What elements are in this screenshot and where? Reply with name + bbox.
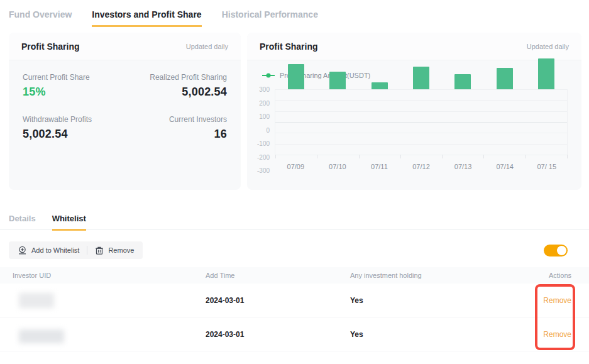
remove-row-link[interactable]: Remove	[535, 330, 571, 339]
y-axis-tick-label: 0	[266, 126, 270, 133]
redacted-uid	[19, 293, 54, 308]
add-circle-icon	[18, 246, 27, 255]
x-axis-tick	[317, 155, 317, 158]
chart-bar	[413, 67, 429, 89]
whitelist-toggle[interactable]	[544, 245, 568, 256]
add-to-whitelist-label: Add to Whitelist	[31, 246, 79, 254]
x-axis-tick	[483, 155, 484, 158]
y-axis-tick-label: -100	[257, 140, 270, 147]
chart-bar	[372, 82, 388, 89]
cards-row: Profit Sharing Updated daily Current Pro…	[9, 33, 581, 190]
gridline	[275, 111, 567, 112]
x-axis-label: 07/12	[400, 163, 443, 170]
tab-details[interactable]: Details	[9, 214, 36, 231]
stat-withdrawable-profits: Withdrawable Profits 5,002.54	[23, 115, 125, 141]
chart-bar	[288, 64, 304, 89]
table-row: 2024-03-01 Yes Remove	[0, 284, 589, 317]
table-row: 2024-03-01 Yes Remove	[0, 317, 589, 351]
add-time-cell: 2024-03-01	[206, 330, 350, 339]
remove-button[interactable]: Remove	[87, 246, 141, 255]
column-header-holding: Any investment holding	[350, 272, 535, 279]
legend-line-dot-icon	[262, 73, 275, 78]
y-axis-tick-label: 300	[259, 86, 270, 93]
whitelist-toolbar: Add to Whitelist Remove	[9, 241, 568, 259]
redacted-uid	[19, 329, 64, 343]
whitelist-table: Investor UID Add Time Any investment hol…	[0, 267, 589, 351]
tab-historical-performance[interactable]: Historical Performance	[222, 9, 318, 27]
page: { "top_tabs": { "items": [ { "label": "F…	[0, 0, 589, 364]
chart-yaxis: 3002001000-100-200-300	[253, 89, 275, 170]
investor-uid-cell	[13, 326, 206, 343]
chart-plot-col: 07/0907/1007/1107/1207/1307/1407/ 15	[275, 89, 568, 170]
x-axis-tick	[359, 155, 360, 158]
stats-updated-badge: Updated daily	[186, 43, 228, 50]
x-axis-label: 07/ 15	[526, 163, 568, 170]
top-tab-bar: Fund Overview Investors and Profit Share…	[0, 0, 589, 27]
section-tab-bar: Details Whitelist	[0, 214, 589, 230]
stat-realized-profit-sharing: Realized Profit Sharing 5,002.54	[125, 73, 228, 99]
profit-sharing-stats-card: Profit Sharing Updated daily Current Pro…	[9, 33, 241, 190]
x-axis-tick	[275, 155, 276, 158]
x-axis-tick	[567, 155, 568, 158]
stats-card-title: Profit Sharing	[21, 41, 80, 52]
stat-label: Current Investors	[125, 115, 228, 124]
stats-grid: Current Profit Share 15% Realized Profit…	[9, 60, 241, 141]
stat-value: 15%	[23, 85, 125, 99]
remove-row-link[interactable]: Remove	[535, 296, 571, 305]
investor-uid-cell	[13, 293, 206, 308]
add-to-whitelist-button[interactable]: Add to Whitelist	[10, 246, 87, 255]
stats-card-header: Profit Sharing Updated daily	[9, 33, 241, 60]
y-axis-tick-label: -300	[257, 167, 270, 174]
y-axis-tick-label: 100	[259, 113, 270, 120]
chart-bar	[454, 74, 471, 89]
tab-fund-overview[interactable]: Fund Overview	[9, 9, 72, 27]
column-header-investor-uid: Investor UID	[13, 272, 206, 279]
table-header-row: Investor UID Add Time Any investment hol…	[0, 267, 589, 284]
gridline	[275, 100, 567, 101]
y-axis-tick-label: 200	[259, 99, 270, 106]
stat-value: 5,002.54	[23, 128, 125, 141]
toolbar-button-group: Add to Whitelist Remove	[9, 241, 143, 259]
x-axis-label: 07/09	[275, 163, 317, 170]
chart-card-title: Profit Sharing	[260, 41, 318, 52]
chart-card-header: Profit Sharing Updated daily	[247, 33, 581, 60]
x-axis-label: 07/11	[358, 163, 400, 170]
gridline	[275, 133, 567, 133]
x-axis-tick	[442, 155, 443, 158]
x-axis-label: 07/10	[317, 163, 359, 170]
y-axis-tick-label: -200	[257, 153, 270, 160]
gridline	[275, 155, 567, 155]
column-header-add-time: Add Time	[206, 272, 350, 279]
chart-plot	[275, 89, 568, 155]
stat-label: Realized Profit Sharing	[125, 73, 228, 82]
stat-label: Withdrawable Profits	[23, 115, 125, 124]
stat-current-investors: Current Investors 16	[125, 115, 228, 141]
column-header-actions: Actions	[535, 272, 571, 279]
chart-updated-badge: Updated daily	[527, 43, 569, 50]
add-time-cell: 2024-03-01	[206, 296, 350, 305]
gridline	[275, 89, 567, 90]
stat-current-profit-share: Current Profit Share 15%	[23, 73, 125, 99]
stat-value: 16	[125, 128, 228, 141]
chart-xlabels: 07/0907/1007/1107/1207/1307/1407/ 15	[275, 163, 568, 170]
bar-chart: 3002001000-100-200-300 07/0907/1007/1107…	[253, 89, 568, 170]
gridline	[275, 144, 567, 145]
tab-whitelist[interactable]: Whitelist	[52, 214, 86, 231]
tab-investors-profit-share[interactable]: Investors and Profit Share	[92, 9, 201, 27]
x-axis-label: 07/13	[442, 163, 484, 170]
x-axis-label: 07/14	[484, 163, 526, 170]
trash-icon	[95, 246, 104, 255]
x-axis-tick	[400, 155, 401, 158]
holding-cell: Yes	[350, 296, 535, 305]
chart-bar	[329, 72, 346, 89]
gridline	[275, 122, 567, 123]
holding-cell: Yes	[350, 330, 535, 339]
x-axis-tick	[526, 155, 526, 158]
profit-sharing-chart-card: Profit Sharing Updated daily Profit Shar…	[247, 33, 581, 190]
chart-bar	[497, 68, 513, 89]
stat-label: Current Profit Share	[23, 73, 125, 82]
chart-bar	[538, 58, 554, 89]
toggle-knob	[557, 246, 566, 255]
remove-button-label: Remove	[108, 246, 134, 254]
stat-value: 5,002.54	[125, 85, 228, 99]
